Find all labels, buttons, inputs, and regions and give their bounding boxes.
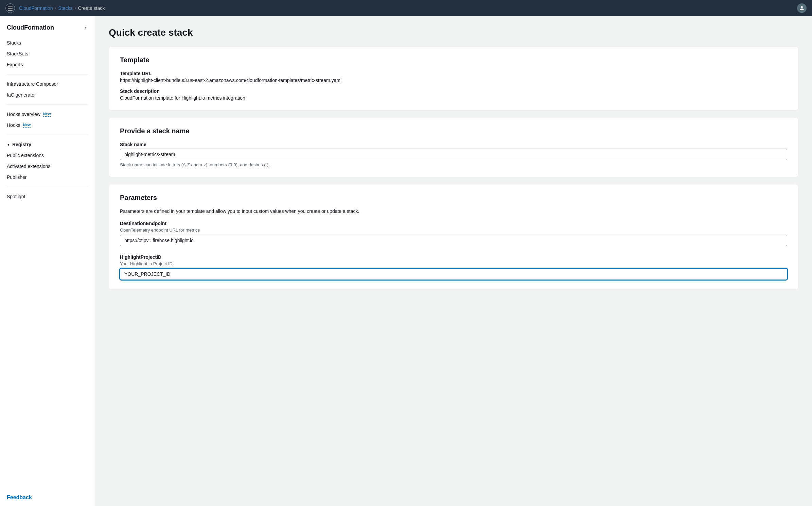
stack-name-heading: Provide a stack name <box>120 127 787 135</box>
hooks-overview-new-badge: New <box>43 112 51 117</box>
destination-endpoint-input[interactable] <box>120 235 787 246</box>
sidebar-footer: Feedback <box>0 489 95 506</box>
stack-name-input[interactable] <box>120 149 787 160</box>
template-heading: Template <box>120 56 787 64</box>
highlight-project-id-hint: Your Highlight.io Project ID <box>120 261 787 266</box>
registry-chevron-icon: ▼ <box>7 143 10 147</box>
sidebar: CloudFormation ‹ Stacks StackSets Export… <box>0 16 95 506</box>
stack-name-hint: Stack name can include letters (A-Z and … <box>120 162 787 167</box>
sidebar-item-hooks-overview[interactable]: Hooks overview New <box>0 109 95 120</box>
destination-endpoint-label: DestinationEndpoint <box>120 221 787 226</box>
page-title: Quick create stack <box>109 27 798 38</box>
breadcrumb-current: Create stack <box>78 5 105 11</box>
sidebar-divider-4 <box>7 187 88 187</box>
breadcrumb: CloudFormation › Stacks › Create stack <box>19 5 105 11</box>
highlight-project-id-input[interactable] <box>120 268 787 280</box>
menu-button[interactable] <box>5 3 15 13</box>
sidebar-divider-1 <box>7 74 88 74</box>
sidebar-item-stacksets[interactable]: StackSets <box>0 48 95 59</box>
template-url-value: https://highlight-client-bundle.s3.us-ea… <box>120 78 787 83</box>
main-content: Quick create stack Template Template URL… <box>95 16 812 506</box>
sidebar-item-public-extensions[interactable]: Public extensions <box>0 150 95 161</box>
user-icon[interactable] <box>797 3 807 13</box>
sidebar-item-infrastructure-composer[interactable]: Infrastructure Composer <box>0 79 95 89</box>
feedback-link[interactable]: Feedback <box>7 494 32 500</box>
main-layout: CloudFormation ‹ Stacks StackSets Export… <box>0 16 812 506</box>
template-card: Template Template URL https://highlight-… <box>109 46 798 111</box>
sidebar-nav: Stacks StackSets Exports Infrastructure … <box>0 37 95 489</box>
sidebar-item-iac-generator[interactable]: IaC generator <box>0 89 95 100</box>
sidebar-item-hooks-overview-label: Hooks overview <box>7 112 40 117</box>
breadcrumb-sep-2: › <box>75 6 76 11</box>
breadcrumb-sep-1: › <box>55 6 56 11</box>
sidebar-item-activated-extensions[interactable]: Activated extensions <box>0 161 95 172</box>
sidebar-registry-group[interactable]: ▼ Registry <box>0 139 95 150</box>
sidebar-item-hooks-label: Hooks <box>7 122 20 128</box>
top-nav: CloudFormation › Stacks › Create stack <box>0 0 812 16</box>
parameters-card: Parameters Parameters are defined in you… <box>109 184 798 290</box>
sidebar-divider-3 <box>7 135 88 135</box>
sidebar-item-stacks[interactable]: Stacks <box>0 37 95 48</box>
sidebar-item-spotlight[interactable]: Spotlight <box>0 191 95 202</box>
nav-right <box>797 3 807 13</box>
sidebar-header: CloudFormation ‹ <box>0 16 95 37</box>
stack-name-group: Stack name Stack name can include letter… <box>120 142 787 167</box>
parameters-heading: Parameters <box>120 194 787 202</box>
sidebar-registry-section: ▼ Registry Public extensions Activated e… <box>0 139 95 183</box>
sidebar-title: CloudFormation <box>7 24 54 31</box>
highlight-project-id-label: HighlightProjectID <box>120 254 787 260</box>
registry-group-label: Registry <box>12 142 31 147</box>
sidebar-collapse-button[interactable]: ‹ <box>84 23 88 32</box>
sidebar-main-section: Stacks StackSets Exports <box>0 37 95 70</box>
stack-name-card: Provide a stack name Stack name Stack na… <box>109 117 798 177</box>
stack-description-label: Stack description <box>120 88 787 94</box>
template-url-label: Template URL <box>120 71 787 76</box>
breadcrumb-cloudformation[interactable]: CloudFormation <box>19 5 53 11</box>
stack-description-value: CloudFormation template for Highlight.io… <box>120 95 787 101</box>
sidebar-spotlight-section: Spotlight <box>0 191 95 202</box>
sidebar-tools-section: Infrastructure Composer IaC generator <box>0 79 95 100</box>
stack-name-label: Stack name <box>120 142 787 147</box>
breadcrumb-stacks[interactable]: Stacks <box>58 5 73 11</box>
sidebar-item-publisher[interactable]: Publisher <box>0 172 95 183</box>
destination-endpoint-hint: OpenTelemetry endpoint URL for metrics <box>120 227 787 233</box>
sidebar-divider-2 <box>7 104 88 105</box>
destination-endpoint-group: DestinationEndpoint OpenTelemetry endpoi… <box>120 221 787 246</box>
highlight-project-id-group: HighlightProjectID Your Highlight.io Pro… <box>120 254 787 280</box>
sidebar-item-exports[interactable]: Exports <box>0 59 95 70</box>
parameters-description: Parameters are defined in your template … <box>120 208 787 214</box>
sidebar-item-hooks[interactable]: Hooks New <box>0 120 95 131</box>
sidebar-hooks-section: Hooks overview New Hooks New <box>0 109 95 131</box>
hooks-new-badge: New <box>23 123 31 128</box>
